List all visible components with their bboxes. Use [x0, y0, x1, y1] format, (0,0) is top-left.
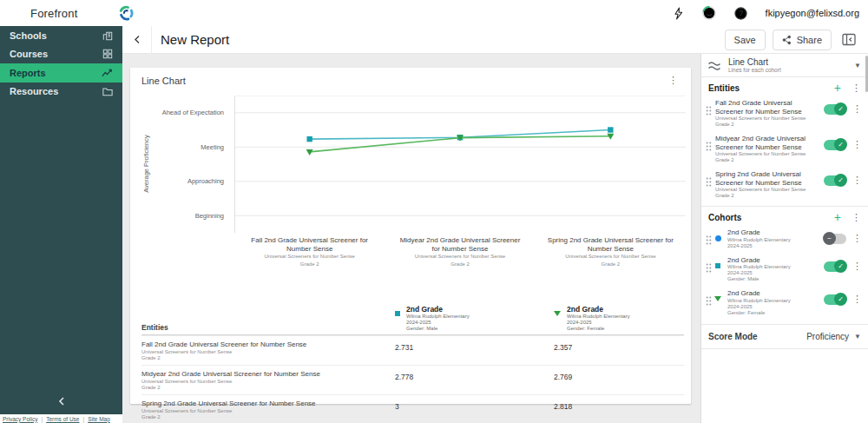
entity-grade: Grade 2 [141, 355, 395, 361]
value-cell: 2.769 [554, 370, 684, 391]
sidebar-item-resources[interactable]: Resources [0, 83, 122, 102]
share-label: Share [797, 35, 822, 45]
page-title: New Report [161, 32, 229, 47]
cohort-kebab-icon[interactable]: ⋮ [851, 294, 864, 303]
sidebar-item-label: Reports [10, 68, 46, 78]
x-tick-sublabel: Universal Screeners for Number Sense [548, 254, 674, 261]
y-tick-label: Meeting [201, 143, 224, 151]
header-actions: Save Share [725, 30, 859, 50]
entity-kebab-icon[interactable]: ⋮ [851, 140, 864, 149]
reports-chart-icon [102, 68, 113, 78]
add-cohort-plus-icon[interactable]: + [831, 212, 845, 222]
cohort-square-marker [715, 263, 720, 268]
chevron-down-icon: ▼ [854, 333, 861, 340]
sidebar-item-schools[interactable]: Schools [0, 26, 122, 45]
entity-title: Fall 2nd Grade Universal Screener for Nu… [715, 99, 820, 116]
entity-subtitle: Universal Screeners for Number Sense [141, 349, 395, 355]
sidebar-item-label: Schools [10, 30, 47, 41]
value-cell: 2.778 [395, 370, 554, 391]
cohorts-kebab-icon[interactable]: ⋮ [850, 213, 863, 221]
entity-item-fall: circle{fill:currentColor} Fall 2nd Grade… [701, 96, 868, 132]
cohort-column-header-female: 2nd Grade Wilma Rudolph Elementary 2024-… [554, 303, 684, 332]
drag-handle-icon[interactable]: circle{fill:currentColor} [706, 177, 712, 187]
collapse-chevron-icon [58, 397, 65, 406]
chart-type-selector[interactable]: Line Chart Lines for each cohort ▼ [701, 54, 868, 76]
score-mode-select[interactable]: Proficiency [806, 332, 849, 341]
drag-handle-icon[interactable]: circle{fill:currentColor} [706, 106, 712, 116]
entity-title: Midyear 2nd Grade Universal Screener for… [715, 135, 820, 151]
report-settings-panel: Line Chart Lines for each cohort ▼ Entit… [700, 54, 868, 423]
drag-handle-icon[interactable]: circle{fill:currentColor} [706, 296, 712, 306]
line-chart-card: Line Chart ⋮ Average Proficiency Ahead o… [130, 68, 691, 404]
entity-title: Spring 2nd Grade Universal Screener for … [715, 170, 820, 187]
entities-column-header: Entities [141, 323, 395, 332]
save-button[interactable]: Save [725, 30, 766, 50]
cohort-item-male: circle{fill:currentColor} 2nd Grade Wilm… [701, 254, 868, 288]
back-chevron-icon [134, 35, 141, 44]
entity-kebab-icon[interactable]: ⋮ [851, 175, 864, 184]
entity-grade: Grade 2 [141, 385, 395, 391]
drag-handle-icon[interactable]: circle{fill:currentColor} [706, 142, 712, 151]
cohort-toggle[interactable] [824, 294, 846, 305]
cohort-school: Wilma Rudolph Elementary [567, 314, 630, 320]
terms-of-use-link[interactable]: Terms of Use [46, 416, 79, 422]
chevron-down-icon: ▼ [854, 62, 861, 69]
school-building-icon [102, 30, 113, 41]
drag-handle-icon[interactable]: circle{fill:currentColor} [706, 263, 712, 273]
sidebar-collapse-button[interactable] [0, 393, 122, 409]
entity-toggle[interactable] [824, 104, 846, 115]
entities-kebab-icon[interactable]: ⋮ [850, 83, 863, 92]
site-map-link[interactable]: Site Map [88, 416, 110, 422]
cohort-kebab-icon[interactable]: ⋮ [851, 234, 864, 242]
sidebar-item-reports[interactable]: Reports [0, 63, 122, 83]
user-email[interactable]: fkipyegon@felixsd.org [766, 8, 859, 18]
entity-item-spring: circle{fill:currentColor} Spring 2nd Gra… [701, 168, 868, 203]
entity-toggle[interactable] [824, 175, 846, 186]
panel-toggle-button[interactable] [838, 31, 859, 48]
share-button[interactable]: Share [773, 30, 832, 50]
results-table: Entities 2nd Grade Wilma Rudolph Element… [141, 303, 684, 423]
entity-subtitle: Universal Screeners for Number Sense [715, 151, 820, 157]
x-tick-label: Midyear 2nd Grade Universal Screener for… [397, 236, 523, 253]
privacy-policy-link[interactable]: Privacy Policy [3, 416, 37, 422]
value-cell: 3 [395, 400, 554, 420]
entity-kebab-icon[interactable]: ⋮ [851, 104, 864, 113]
add-entity-plus-icon[interactable]: + [831, 83, 845, 93]
x-tick-sublabel: Universal Screeners for Number Sense [247, 254, 372, 261]
chart-menu-kebab-icon[interactable]: ⋮ [667, 76, 680, 84]
flash-icon[interactable] [673, 7, 684, 20]
male-series-square-marker [395, 311, 400, 316]
line-chart: Average Proficiency Ahead of Expectation… [130, 92, 691, 292]
chart-card-title: Line Chart [141, 76, 186, 86]
drag-handle-icon[interactable]: circle{fill:currentColor} [706, 235, 712, 245]
entity-toggle[interactable] [824, 140, 846, 150]
cohort-toggle[interactable] [824, 261, 846, 272]
y-tick-label: Ahead of Expectation [162, 109, 224, 116]
entity-title: Spring 2nd Grade Universal Screener for … [141, 400, 395, 408]
cohort-school: Wilma Rudolph Elementary [406, 314, 470, 320]
y-tick-label: Approaching [187, 177, 224, 185]
x-tick-sublabel: Universal Screeners for Number Sense [397, 254, 523, 261]
cohort-toggle[interactable] [824, 234, 846, 244]
footer-links: Privacy Policy| Terms of Use| Site Map [0, 414, 122, 423]
footer-separator: | [41, 416, 43, 422]
table-row: Midyear 2nd Grade Universal Screener for… [141, 365, 684, 394]
cohort-year: 2024-2025 [727, 243, 820, 249]
entity-grade: Grade 2 [141, 414, 395, 420]
back-button[interactable] [122, 26, 152, 54]
cohort-title: 2nd Grade [727, 228, 820, 237]
cohort-school: Wilma Rudolph Elementary [727, 264, 820, 270]
progress-face-icon[interactable] [702, 6, 716, 20]
female-series-triangle-marker [554, 311, 561, 316]
entity-subtitle: Universal Screeners for Number Sense [141, 379, 395, 385]
resources-folder-icon [102, 87, 113, 96]
cohort-title: 2nd Grade [727, 256, 820, 265]
cohort-kebab-icon[interactable]: ⋮ [851, 261, 864, 270]
chart-type-sublabel: Lines for each cohort [728, 67, 781, 73]
cohort-school: Wilma Rudolph Elementary [727, 298, 820, 304]
help-icon[interactable]: ? [734, 7, 747, 20]
toggle-knob [834, 174, 847, 187]
report-header: New Report Save Share [122, 26, 868, 54]
cohort-title: 2nd Grade [567, 305, 630, 314]
sidebar-item-courses[interactable]: Courses [0, 45, 122, 64]
